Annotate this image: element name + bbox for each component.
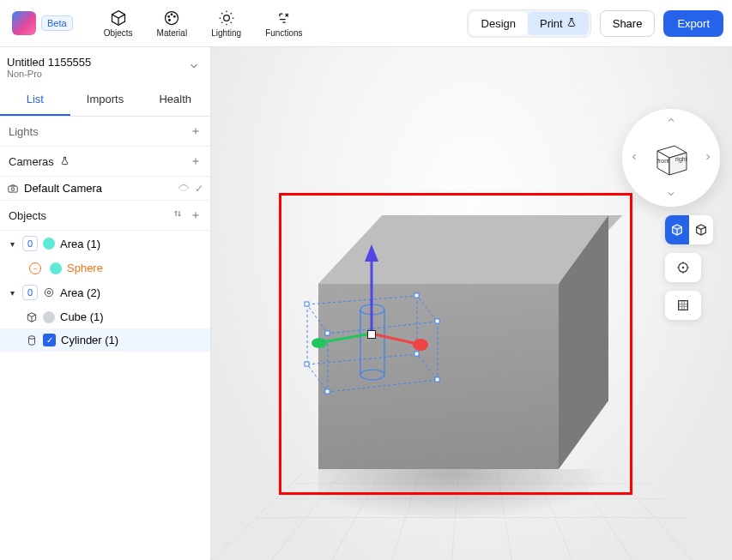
- color-dot-icon: [43, 311, 55, 323]
- display-mode-toggle: [665, 215, 713, 244]
- view-cube[interactable]: front right: [652, 139, 690, 177]
- cameras-section-title: Cameras: [9, 155, 190, 168]
- palette-icon: [163, 9, 180, 27]
- area1-row[interactable]: ▾ 0 Area (1): [0, 231, 210, 256]
- material-tool-label: Material: [157, 28, 188, 38]
- gizmo-origin-handle[interactable]: [367, 330, 376, 339]
- main-area: Untitled 1155555 Non-Pro List Imports He…: [0, 47, 732, 560]
- viewport-tools: [665, 215, 713, 320]
- svg-rect-6: [9, 186, 18, 192]
- area1-label: Area (1): [60, 238, 203, 250]
- focus-button[interactable]: [665, 253, 701, 282]
- sphere-row[interactable]: − Sphere: [0, 256, 210, 280]
- svg-point-9: [47, 291, 51, 294]
- grid-toggle-button[interactable]: [665, 291, 701, 320]
- solid-mode-button[interactable]: [665, 215, 689, 244]
- orbit-left-button[interactable]: [629, 151, 639, 165]
- sun-icon: [218, 9, 235, 27]
- svg-point-10: [29, 335, 35, 339]
- minus-circle-icon: −: [29, 262, 41, 274]
- area1-badge: 0: [22, 236, 38, 251]
- wireframe-mode-button[interactable]: [689, 215, 713, 244]
- checkbox-checked-icon[interactable]: ✓: [43, 334, 56, 346]
- transform-gizmo[interactable]: [307, 239, 445, 376]
- svg-line-25: [323, 334, 372, 342]
- lighting-tool[interactable]: Lighting: [211, 9, 241, 38]
- functions-tool-label: Functions: [265, 28, 302, 38]
- design-mode-button[interactable]: Design: [469, 12, 528, 35]
- tab-list[interactable]: List: [0, 84, 70, 116]
- default-camera-row[interactable]: Default Camera ✓: [0, 177, 210, 201]
- print-mode-button[interactable]: Print: [528, 12, 589, 35]
- svg-marker-22: [365, 244, 378, 262]
- svg-point-28: [682, 267, 683, 268]
- cube-icon: [26, 311, 38, 323]
- svg-point-26: [312, 338, 327, 348]
- viewport-canvas[interactable]: front right: [211, 47, 732, 560]
- orbit-up-button[interactable]: [666, 114, 676, 128]
- add-light-button[interactable]: ＋: [190, 123, 202, 139]
- mode-toggle: Design Print: [467, 9, 591, 38]
- svg-point-1: [168, 15, 170, 17]
- svg-point-4: [169, 19, 171, 21]
- svg-point-7: [11, 187, 15, 190]
- view-icon[interactable]: [178, 183, 190, 195]
- default-camera-label: Default Camera: [24, 182, 172, 195]
- area2-row[interactable]: ▾ 0 Area (2): [0, 280, 210, 305]
- svg-line-23: [372, 334, 417, 344]
- sphere-label: Sphere: [67, 262, 203, 274]
- navcube-front-label: front: [657, 158, 669, 164]
- functions-tool[interactable]: Functions: [265, 9, 302, 38]
- tab-imports[interactable]: Imports: [70, 84, 141, 116]
- collapse-icon[interactable]: ▾: [7, 239, 17, 249]
- lights-section-title: Lights: [9, 125, 190, 138]
- area2-label: Area (2): [60, 286, 203, 299]
- target-icon: [43, 286, 55, 298]
- flask-icon: [60, 155, 70, 168]
- cylinder-icon: [26, 334, 38, 346]
- collapse-icon[interactable]: ▾: [7, 288, 17, 298]
- objects-section-title: Objects: [9, 209, 172, 222]
- svg-point-2: [171, 14, 172, 15]
- cylinder-label: Cylinder (1): [61, 334, 203, 346]
- cylinder-row[interactable]: ✓ Cylinder (1): [0, 328, 210, 352]
- sort-icon[interactable]: [172, 208, 183, 223]
- sidebar: Untitled 1155555 Non-Pro List Imports He…: [0, 47, 211, 560]
- cube-icon: [110, 9, 127, 27]
- chevron-down-icon: [188, 60, 200, 75]
- view-cube-widget: front right: [622, 109, 720, 207]
- lights-section-header: Lights ＋: [0, 117, 210, 147]
- objects-section-header: Objects ＋: [0, 201, 210, 231]
- cube-row[interactable]: Cube (1): [0, 305, 210, 328]
- top-toolbar: Beta Objects Material Lighting Functions: [0, 0, 732, 47]
- app-logo[interactable]: [12, 11, 36, 35]
- share-button[interactable]: Share: [600, 10, 656, 37]
- top-right-group: Design Print Share Export: [467, 9, 723, 38]
- camera-icon: [7, 183, 19, 195]
- flask-icon: [566, 17, 577, 30]
- print-mode-label: Print: [540, 17, 563, 30]
- project-title: Untitled 1155555: [7, 56, 188, 69]
- lighting-tool-label: Lighting: [211, 28, 241, 38]
- material-tool[interactable]: Material: [157, 9, 188, 38]
- svg-point-8: [45, 288, 52, 296]
- cameras-section-header: Cameras ＋: [0, 147, 210, 177]
- sidebar-tabs: List Imports Health: [0, 84, 210, 117]
- objects-tool[interactable]: Objects: [104, 9, 133, 38]
- export-button[interactable]: Export: [663, 10, 723, 37]
- tab-health[interactable]: Health: [140, 84, 210, 116]
- color-dot-icon: [43, 238, 55, 250]
- svg-rect-29: [679, 301, 688, 310]
- svg-point-3: [174, 15, 176, 17]
- add-camera-button[interactable]: ＋: [190, 154, 202, 169]
- orbit-right-button[interactable]: [703, 151, 713, 165]
- svg-point-24: [413, 339, 428, 351]
- beta-badge: Beta: [41, 15, 73, 31]
- add-object-button[interactable]: ＋: [190, 208, 202, 223]
- orbit-down-button[interactable]: [666, 188, 676, 202]
- cube-label: Cube (1): [60, 310, 203, 323]
- area2-badge: 0: [22, 285, 38, 300]
- project-header[interactable]: Untitled 1155555 Non-Pro: [0, 47, 210, 84]
- check-icon[interactable]: ✓: [195, 183, 203, 195]
- project-subtitle: Non-Pro: [7, 69, 188, 79]
